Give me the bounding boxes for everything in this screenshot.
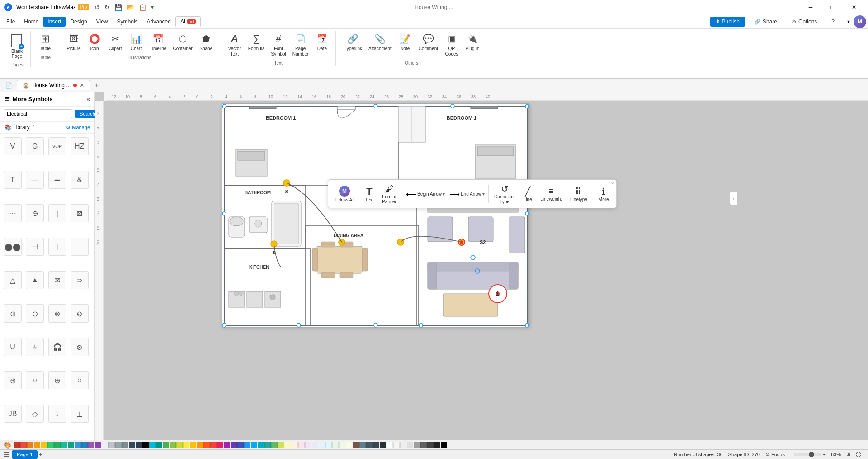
color-swatch-43[interactable] bbox=[305, 442, 311, 448]
color-swatch-3[interactable] bbox=[34, 442, 40, 448]
symbol-item-12[interactable]: ⬤⬤ bbox=[4, 238, 22, 256]
symbol-item-34[interactable]: ↓ bbox=[48, 405, 66, 423]
symbol-item-18[interactable]: ✉ bbox=[48, 271, 66, 289]
ft-format-painter-btn[interactable]: 🖌 FormatPainter bbox=[378, 182, 400, 206]
symbol-item-31[interactable]: ○ bbox=[71, 371, 89, 389]
user-avatar[interactable]: M bbox=[854, 15, 866, 28]
template-btn[interactable]: 📋 bbox=[139, 4, 146, 11]
color-swatch-63[interactable] bbox=[441, 442, 447, 448]
icon-btn[interactable]: ⭕ Icon bbox=[85, 31, 104, 53]
sidebar-collapse-btn[interactable]: « bbox=[87, 96, 90, 103]
symbol-item-28[interactable]: ⊕ bbox=[4, 371, 22, 389]
color-swatch-29[interactable] bbox=[210, 442, 217, 448]
ft-text-btn[interactable]: T Text bbox=[361, 184, 377, 204]
more-btn[interactable]: ▾ bbox=[151, 4, 154, 10]
note-btn[interactable]: 📝 Note bbox=[395, 31, 415, 53]
symbol-item-1[interactable]: G bbox=[26, 137, 44, 155]
color-swatch-31[interactable] bbox=[224, 442, 230, 448]
color-swatch-58[interactable] bbox=[407, 442, 413, 448]
color-swatch-5[interactable] bbox=[47, 442, 54, 448]
fit-page-btn[interactable]: ⊞ bbox=[846, 451, 850, 457]
color-swatch-54[interactable] bbox=[380, 442, 386, 448]
sidebar-expand-icon[interactable]: ☰ bbox=[5, 96, 10, 103]
color-swatch-40[interactable] bbox=[285, 442, 291, 448]
menu-symbols[interactable]: Symbols bbox=[113, 17, 142, 27]
font-symbol-btn[interactable]: # FontSymbol bbox=[268, 31, 288, 59]
add-tab-btn[interactable]: + bbox=[91, 80, 102, 90]
qr-codes-btn[interactable]: ▣ QRCodes bbox=[442, 31, 462, 59]
color-swatch-60[interactable] bbox=[420, 442, 427, 448]
color-swatch-56[interactable] bbox=[393, 442, 400, 448]
color-swatch-50[interactable] bbox=[353, 442, 359, 448]
symbol-item-14[interactable]: | bbox=[48, 238, 66, 256]
diagram-canvas[interactable]: BEDROOM 1 BEDROOM 1 bbox=[222, 103, 529, 327]
attachment-btn[interactable]: 📎 Attachment bbox=[366, 31, 394, 53]
color-swatch-53[interactable] bbox=[373, 442, 379, 448]
open-btn[interactable]: 📂 bbox=[127, 4, 134, 11]
maximize-btn[interactable]: □ bbox=[822, 0, 843, 14]
symbol-item-13[interactable]: ⊣ bbox=[26, 238, 44, 256]
symbol-item-4[interactable]: T bbox=[4, 171, 22, 189]
symbol-item-17[interactable]: ▲ bbox=[26, 271, 44, 289]
color-swatch-36[interactable] bbox=[258, 442, 264, 448]
minimize-btn[interactable]: ─ bbox=[800, 0, 821, 14]
color-swatch-55[interactable] bbox=[387, 442, 393, 448]
add-page-btn[interactable]: + bbox=[38, 451, 42, 458]
symbol-item-15[interactable] bbox=[71, 238, 89, 256]
color-swatch-33[interactable] bbox=[237, 442, 244, 448]
symbol-item-20[interactable]: ⊕ bbox=[4, 304, 22, 323]
manage-link[interactable]: ⚙ Manage bbox=[66, 125, 90, 131]
zoom-slider-thumb[interactable] bbox=[809, 452, 814, 457]
color-swatch-41[interactable] bbox=[292, 442, 298, 448]
symbol-item-2[interactable]: VOR bbox=[48, 137, 66, 155]
color-swatch-18[interactable] bbox=[136, 442, 142, 448]
color-swatch-37[interactable] bbox=[264, 442, 271, 448]
menu-file[interactable]: File bbox=[2, 17, 19, 27]
color-swatch-27[interactable] bbox=[197, 442, 203, 448]
color-swatch-0[interactable] bbox=[14, 442, 20, 448]
zoom-slider[interactable] bbox=[794, 453, 821, 456]
color-swatch-48[interactable] bbox=[339, 442, 345, 448]
zoom-out-btn[interactable]: - bbox=[790, 452, 792, 457]
symbol-item-23[interactable]: ⊘ bbox=[71, 304, 89, 323]
color-swatch-57[interactable] bbox=[400, 442, 406, 448]
zoom-control[interactable]: - + 63% bbox=[790, 452, 841, 457]
color-swatch-11[interactable] bbox=[88, 442, 94, 448]
tab-close-btn[interactable]: ✕ bbox=[80, 82, 84, 89]
color-swatch-9[interactable] bbox=[75, 442, 81, 448]
color-swatch-26[interactable] bbox=[190, 442, 196, 448]
color-swatch-35[interactable] bbox=[251, 442, 257, 448]
search-input[interactable] bbox=[4, 109, 72, 118]
ft-end-arrow[interactable]: ⟶ End Arrow ▾ bbox=[448, 188, 486, 200]
publish-btn[interactable]: ⬆ Publish bbox=[710, 17, 745, 27]
ft-more-btn[interactable]: ℹ More bbox=[595, 184, 613, 204]
color-swatch-16[interactable] bbox=[122, 442, 128, 448]
color-swatch-6[interactable] bbox=[54, 442, 61, 448]
color-swatch-8[interactable] bbox=[68, 442, 74, 448]
color-swatch-20[interactable] bbox=[149, 442, 156, 448]
options-btn[interactable]: ⚙ Options bbox=[786, 17, 822, 27]
symbol-item-29[interactable]: ○ bbox=[26, 371, 44, 389]
color-swatch-62[interactable] bbox=[434, 442, 440, 448]
symbol-item-26[interactable]: 🎧 bbox=[48, 338, 66, 356]
color-swatch-45[interactable] bbox=[319, 442, 325, 448]
date-btn[interactable]: 📅 Date bbox=[312, 31, 332, 53]
symbol-item-0[interactable]: V bbox=[4, 137, 22, 155]
symbol-item-35[interactable]: ⊥ bbox=[71, 405, 89, 423]
plugin-btn[interactable]: 🔌 Plug-in bbox=[462, 31, 482, 53]
page-list-btn[interactable] bbox=[2, 450, 11, 459]
color-swatch-47[interactable] bbox=[332, 442, 339, 448]
color-swatch-14[interactable] bbox=[108, 442, 115, 448]
symbol-item-5[interactable]: — bbox=[26, 171, 44, 189]
picture-btn[interactable]: 🖼 Picture bbox=[64, 31, 84, 53]
table-btn[interactable]: ⊞ Table bbox=[35, 31, 55, 53]
symbol-item-27[interactable]: ⊗ bbox=[71, 338, 89, 356]
color-picker-icon[interactable]: 🎨 bbox=[4, 441, 11, 449]
color-swatch-51[interactable] bbox=[359, 442, 366, 448]
tab-house-wiring[interactable]: 🏠 House Wiring ... ✕ bbox=[17, 80, 90, 90]
comment-btn[interactable]: 💬 Comment bbox=[416, 31, 441, 53]
hyperlink-btn[interactable]: 🔗 Hyperlink bbox=[340, 31, 365, 53]
color-swatch-7[interactable] bbox=[61, 442, 67, 448]
fullscreen-btn[interactable]: ⛶ bbox=[856, 452, 861, 457]
symbol-item-25[interactable]: ⏚ bbox=[26, 338, 44, 356]
